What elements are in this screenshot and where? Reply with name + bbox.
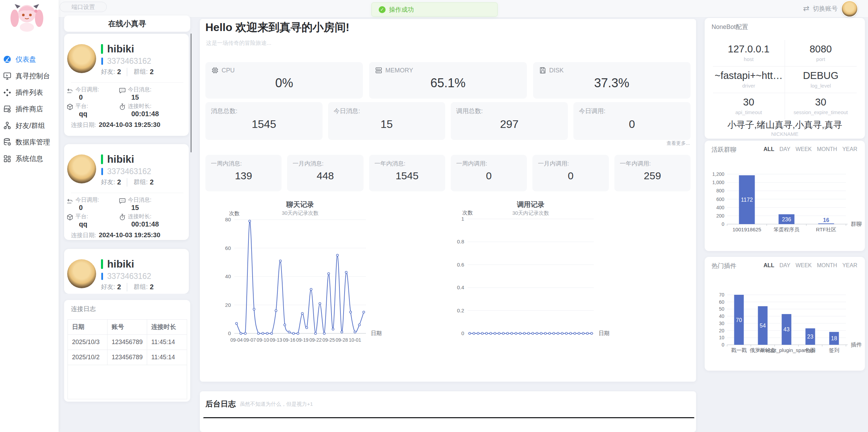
database-icon (3, 138, 12, 147)
table-cell: 123456789 (108, 335, 147, 350)
sidebar-item-2[interactable]: 真寻控制台 (0, 68, 59, 84)
tab-month[interactable]: MONTH (817, 262, 837, 269)
config-field-port: 8080port (785, 40, 857, 67)
gauge-label: CPU (222, 67, 235, 74)
sidebar-item-label: 系统信息 (16, 154, 43, 163)
account-accent-bar (101, 168, 103, 175)
svg-text:09-28: 09-28 (336, 337, 348, 343)
stat-card: 一月内消息:448 (287, 155, 363, 191)
hot-plugins-chart: 01020304050607070戳一戳54俄罗斯轮盘43nonebot_plu… (705, 282, 865, 368)
stat-value: 139 (205, 170, 282, 182)
bot-avatar (67, 44, 96, 73)
divider (71, 82, 183, 83)
table-header: 连接时长 (147, 320, 187, 335)
svg-text:0: 0 (228, 330, 231, 336)
bot-list-scrollbar[interactable] (191, 33, 192, 152)
tab-month[interactable]: MONTH (817, 146, 837, 152)
stat-label: 一周内消息: (211, 160, 242, 168)
sidebar-item-4[interactable]: 插件商店 (0, 101, 59, 117)
nickname-value: 小寻子,绪山真寻,小真寻,真寻 (705, 119, 865, 131)
sidebar-item-5[interactable]: 好友/群组 (0, 117, 59, 134)
svg-text:1,000: 1,000 (712, 180, 724, 185)
active-groups-chart: 02004006008001,0001,20011721001918625236… (705, 161, 865, 248)
gauge-card-cpu: CPU0% (205, 62, 363, 99)
stat-value: 0 (532, 170, 609, 182)
table-cell: 123456789 (108, 350, 147, 365)
config-label: log_level (785, 83, 857, 89)
call-return-icon (66, 87, 74, 94)
stat-value: 0 (451, 170, 527, 182)
bot-avatar (67, 154, 96, 183)
chat-record-chart: 02040608009-0409-0709-1009-1309-1609-190… (200, 195, 448, 350)
sidebar-item-label: 插件列表 (16, 88, 43, 97)
tab-week[interactable]: WEEK (796, 262, 812, 269)
tab-all[interactable]: ALL (764, 146, 774, 152)
table-cell: 11:45:14 (147, 350, 187, 365)
stat-card: 一月内调用:0 (532, 155, 609, 191)
tab-day[interactable]: DAY (779, 262, 790, 269)
config-field-log_level: DEBUGlog_level (785, 67, 857, 93)
logo-image[interactable] (8, 1, 46, 34)
swap-icon: ⇄ (803, 4, 809, 13)
svg-text:09-10: 09-10 (257, 337, 269, 343)
svg-text:400: 400 (716, 205, 725, 210)
online-bots-header: 在线小真寻 (64, 16, 190, 32)
bot-card[interactable]: hibiki3373463162好友:2│群组:2 (64, 249, 189, 294)
switch-account-label: 切换账号 (813, 4, 838, 13)
svg-text:40: 40 (719, 313, 724, 319)
stat-value: 448 (287, 170, 363, 182)
connection-log-table: 日期账号连接时长2025/10/312345678911:45:142025/1… (68, 319, 187, 399)
backend-log-title: 后台日志 (205, 399, 236, 409)
port-settings-button[interactable]: 端口设置 (60, 2, 107, 12)
svg-text:调用记录: 调用记录 (517, 201, 544, 208)
stat-label: 消息总数: (211, 107, 237, 115)
svg-text:次数: 次数 (462, 210, 473, 215)
stat-label: 一月内调用: (538, 160, 569, 168)
svg-text:09-13: 09-13 (270, 337, 282, 343)
success-toast: ✓ 操作成功 (371, 2, 498, 17)
config-label: api_timeout (713, 109, 785, 115)
bot-card[interactable]: hibiki3373463162好友:2│群组:2今日调用:0今日消息:15平台… (64, 144, 189, 240)
svg-text:1172: 1172 (741, 197, 753, 203)
backend-log-card: 后台日志 虽然不知道为什么，但是视力+1 (200, 391, 696, 432)
tab-day[interactable]: DAY (779, 146, 790, 152)
stat-card: 今日消息:15 (328, 102, 445, 140)
svg-text:0.8: 0.8 (457, 239, 464, 244)
svg-text:日期: 日期 (599, 330, 610, 336)
duration-icon (119, 213, 126, 221)
view-more-link[interactable]: 查看更多... (666, 140, 690, 147)
stat-value: 1545 (369, 170, 445, 182)
switch-account[interactable]: ⇄ 切换账号 (803, 0, 858, 17)
table-cell: 2025/10/3 (68, 335, 108, 350)
svg-text:09-07: 09-07 (244, 337, 256, 343)
svg-text:09-25: 09-25 (323, 337, 335, 343)
gauge-value: 37.3% (533, 76, 691, 90)
bot-card[interactable]: hibiki3373463162好友:2│群组:2今日调用:0今日消息:15平台… (64, 34, 189, 136)
user-avatar[interactable] (841, 0, 858, 17)
stat-label: 今日消息: (334, 107, 360, 115)
sidebar-item-3[interactable]: 插件列表 (0, 84, 59, 101)
sidebar-item-7[interactable]: 系统信息 (0, 150, 59, 167)
platform-icon (66, 103, 74, 111)
svg-text:70: 70 (736, 317, 742, 323)
system-info-icon (3, 154, 12, 163)
tab-all[interactable]: ALL (764, 262, 774, 269)
tab-year[interactable]: YEAR (842, 146, 857, 152)
message-icon (119, 197, 126, 204)
config-field-driver: ~fastapi+~htt…driver (713, 67, 785, 93)
svg-text:RTF社区: RTF社区 (816, 227, 836, 232)
svg-text:60: 60 (225, 245, 231, 251)
sidebar-item-1[interactable]: 仪表盘 (0, 51, 59, 68)
config-value: 127.0.0.1 (713, 43, 785, 55)
tab-week[interactable]: WEEK (796, 146, 812, 152)
sidebar-item-6[interactable]: 数据库管理 (0, 134, 59, 150)
svg-text:30天内记录次数: 30天内记录次数 (282, 210, 319, 216)
stat-card: 一周内调用:0 (451, 155, 527, 191)
svg-text:09-04: 09-04 (230, 337, 243, 343)
stat-card: 今日调用:0 (573, 102, 691, 140)
config-value: 8080 (785, 43, 857, 55)
totals-row: 消息总数:1545今日消息:15调用总数:297今日调用:0 (205, 102, 691, 140)
tab-year[interactable]: YEAR (842, 262, 857, 269)
svg-text:0.2: 0.2 (457, 308, 464, 313)
gauge-card-disk: DISK37.3% (533, 62, 691, 99)
